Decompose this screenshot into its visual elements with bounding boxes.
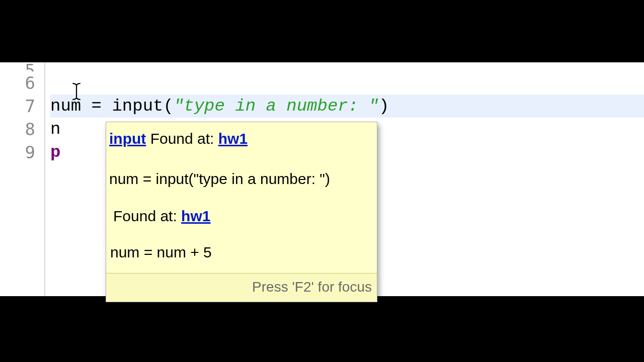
code-line-7[interactable]: num = input("type in a number: ") [50,95,644,118]
token-paren: ) [379,97,389,116]
tooltip-entry: Found at: hw1 [113,205,374,228]
hover-tooltip: input Found at: hw1 num = input("type in… [106,122,377,302]
token-function: input [112,97,163,116]
tooltip-symbol-link[interactable]: input [109,130,146,147]
line-number: 7 [0,95,35,118]
line-number: 9 [0,141,35,164]
token-fragment: n [50,120,60,139]
tooltip-location-link[interactable]: hw1 [181,208,210,224]
tooltip-text: Found at: [113,208,181,224]
line-number: 8 [0,118,35,141]
tooltip-location-link[interactable]: hw1 [218,130,248,147]
code-line-6[interactable] [50,71,644,95]
token-variable: num [50,97,81,116]
tooltip-entry: input Found at: hw1 num = input("type in… [109,127,374,191]
tooltip-code-snippet: num = input("type in a number: ") [109,167,374,191]
code-area[interactable]: num = input("type in a number: ") n p in… [45,62,644,296]
token-operator: = [81,97,112,116]
tooltip-text: Found at: [146,130,218,147]
token-fragment: p [50,143,60,162]
token-string: "type in a number: " [174,97,379,116]
line-number: 6 [0,71,35,95]
tooltip-hint: Press 'F2' for focus [106,273,377,302]
tooltip-code-snippet: num = num + 5 [110,241,374,264]
letterbox-top [0,0,644,62]
letterbox-bottom [0,296,644,362]
code-editor[interactable]: 5 6 7 8 9 num = input("type in a number:… [0,62,644,296]
line-number-gutter: 5 6 7 8 9 [0,62,45,296]
line-number: 5 [25,68,35,71]
token-paren: ( [163,97,173,116]
